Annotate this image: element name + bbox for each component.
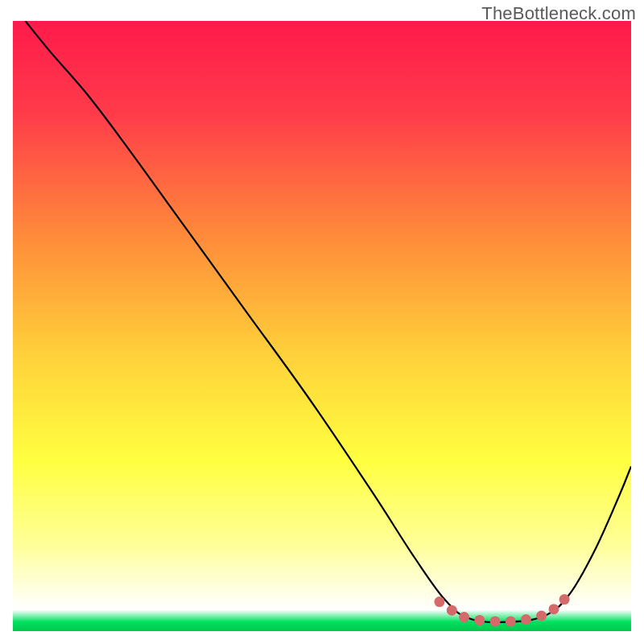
highlight-dot bbox=[559, 594, 570, 605]
watermark-text: TheBottleneck.com bbox=[481, 3, 636, 24]
highlight-dot bbox=[521, 614, 531, 625]
highlight-dot bbox=[536, 611, 547, 621]
highlight-dot bbox=[549, 604, 559, 614]
highlight-dot bbox=[506, 616, 516, 626]
highlight-dot bbox=[474, 615, 485, 625]
gradient-background bbox=[13, 21, 631, 631]
highlight-dot bbox=[447, 605, 457, 616]
plot-svg bbox=[13, 21, 631, 631]
highlight-dot bbox=[459, 612, 469, 622]
highlight-dot bbox=[434, 597, 444, 607]
chart-canvas: TheBottleneck.com bbox=[0, 0, 644, 644]
highlight-dot bbox=[490, 616, 501, 626]
